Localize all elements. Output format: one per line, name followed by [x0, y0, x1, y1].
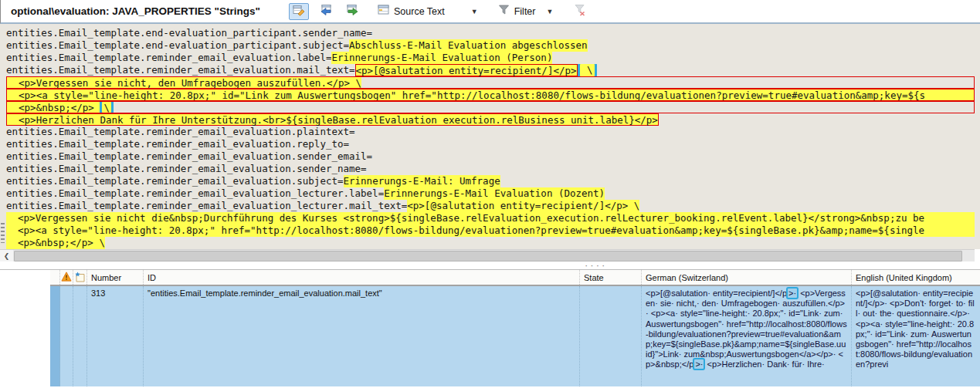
horizontal-scrollbar[interactable]: ❮ — [0, 249, 975, 261]
editor-line[interactable]: <p>&nbsp;</p> \ — [6, 101, 975, 113]
source-text-editor[interactable]: entities.Email_template.end-evaluation_p… — [0, 24, 980, 249]
source-text-dropdown[interactable]: Source Text ▼ — [375, 3, 481, 20]
editor-line[interactable]: <p>Vergessen sie nicht, den Umfragebogen… — [6, 76, 975, 89]
splitter-handle-icon[interactable]: ···· — [585, 259, 607, 271]
table-green-arrow-icon — [347, 4, 359, 19]
source-text-icon — [378, 5, 389, 19]
tag-icon — [74, 272, 86, 284]
scroll-left-button[interactable]: ❮ — [0, 250, 13, 262]
editor-line[interactable]: entities.Email_template.reminder_email_e… — [6, 163, 975, 175]
number-column-header[interactable]: Number — [87, 270, 144, 285]
editor-line[interactable]: <p><a style="line-height: 20.8px;" id="L… — [6, 89, 975, 101]
number-cell[interactable]: 313 — [87, 286, 144, 386]
english-column-header[interactable]: English (United Kingdom) — [852, 270, 980, 285]
editor-line[interactable]: <p>Vergessen sie nicht die&nbsp;Durchfüh… — [6, 212, 975, 224]
english-cell[interactable]: <p>[@salutation· entity=recipient/]</p>·… — [852, 286, 980, 386]
editor-line[interactable]: entities.Email_template.end-evaluation_p… — [6, 39, 975, 52]
warning-icon — [61, 272, 72, 283]
app-window: optional\evaluation: JAVA_PROPERTIES "St… — [0, 0, 980, 388]
editor-line[interactable]: <p>Herzlichen Dank für Ihre Unterstützun… — [6, 113, 975, 126]
table-blue-arrow-icon — [320, 4, 332, 19]
table-pencil-icon — [293, 4, 305, 19]
german-cell[interactable]: <p>[@salutation· entity=recipient/]</p>·… — [642, 286, 852, 386]
toolbar: optional\evaluation: JAVA_PROPERTIES "St… — [0, 0, 980, 24]
copy-to-source-button[interactable] — [343, 3, 363, 20]
editor-line[interactable]: entities.Email_template.reminder_email_e… — [6, 175, 975, 187]
editor-line[interactable]: entities.Email_template.reminder_email_e… — [6, 138, 975, 150]
editor-line[interactable]: entities.Email_template.end-evaluation_p… — [6, 27, 975, 39]
whitespace-marker-highlight: >· — [786, 287, 799, 299]
editor-line[interactable]: <p><a style="line-height: 20.8px;" href=… — [6, 224, 975, 237]
chevron-down-icon: ▼ — [471, 8, 478, 15]
edit-string-button[interactable] — [289, 3, 309, 20]
page-title: optional\evaluation: JAVA_PROPERTIES "St… — [11, 5, 289, 17]
editor-line[interactable]: entities.Email_template.reminder_email_e… — [6, 126, 975, 138]
row-selector-cell[interactable] — [50, 286, 60, 386]
id-column-header[interactable]: ID — [144, 270, 580, 285]
warning-cell[interactable] — [60, 286, 73, 386]
editor-lines: entities.Email_template.end-evaluation_p… — [6, 27, 975, 249]
tag-column-header[interactable] — [73, 270, 87, 285]
clear-filter-button[interactable] — [570, 3, 590, 20]
editor-line[interactable]: entities.Email_template.reminder_email_e… — [6, 187, 975, 200]
editor-line[interactable]: entities.Email_template.reminder_email_e… — [6, 52, 975, 64]
copy-to-translation-button[interactable] — [316, 3, 336, 20]
tag-cell[interactable] — [73, 286, 87, 386]
panel-splitter[interactable]: ···· — [0, 261, 980, 270]
row-selector-column-header[interactable] — [50, 270, 60, 285]
id-cell[interactable]: "entities.Email_template.reminder_email_… — [144, 286, 580, 386]
strings-grid: Number ID State German (Switzerland) Eng… — [50, 270, 980, 386]
grid-row-selected[interactable]: 313 "entities.Email_template.reminder_em… — [50, 286, 980, 386]
editor-resize-handle[interactable] — [1, 223, 5, 243]
funnel-icon — [498, 4, 510, 19]
funnel-x-icon — [574, 4, 586, 19]
german-column-header[interactable]: German (Switzerland) — [642, 270, 852, 285]
state-column-header[interactable]: State — [580, 270, 642, 285]
editor-line[interactable]: <p>&nbsp;</p> \ — [6, 237, 975, 249]
filter-dropdown[interactable]: Filter ▼ — [495, 2, 557, 20]
source-text-label: Source Text — [394, 6, 445, 17]
editor-line[interactable]: entities.Email_template.reminder_email_e… — [6, 64, 975, 76]
scroll-thumb[interactable] — [14, 251, 962, 261]
warning-column-header[interactable] — [60, 270, 73, 285]
grid-header-row: Number ID State German (Switzerland) Eng… — [50, 270, 980, 286]
filter-label: Filter — [514, 6, 536, 17]
editor-line[interactable]: entities.Email_template.reminder_email_e… — [6, 200, 975, 212]
chevron-down-icon: ▼ — [546, 8, 553, 15]
editor-line[interactable]: entities.Email_template.reminder_email_e… — [6, 150, 975, 163]
state-cell[interactable] — [580, 286, 642, 386]
